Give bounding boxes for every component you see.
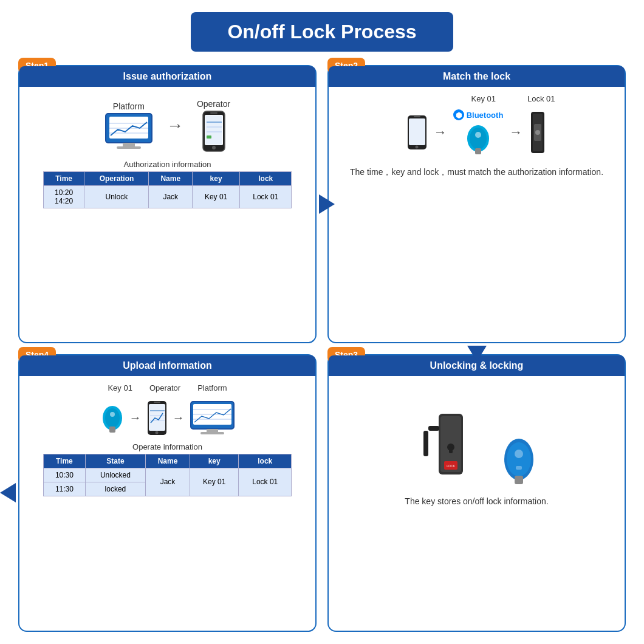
step4-platform-label: Platform xyxy=(197,383,227,392)
th4-key: key xyxy=(190,454,239,468)
step1-icons: Platform → xyxy=(104,99,230,152)
cell4-time1: 10:30 xyxy=(43,468,85,482)
steps-grid: Step1 Issue authorization Platform xyxy=(18,65,626,632)
svg-text:⬢: ⬢ xyxy=(456,111,462,120)
lock-device-icon xyxy=(529,111,547,154)
step2-header: Match the lock xyxy=(329,66,625,87)
step2-down-arrow xyxy=(467,346,487,361)
svg-rect-18 xyxy=(414,116,420,117)
cell4-state1: Unlocked xyxy=(86,468,146,482)
svg-point-59 xyxy=(515,450,523,458)
th4-name: Name xyxy=(145,454,190,468)
bluetooth-text: Bluetooth xyxy=(467,111,504,120)
svg-point-37 xyxy=(155,431,158,434)
svg-rect-6 xyxy=(117,146,141,149)
svg-point-25 xyxy=(475,132,481,138)
svg-point-33 xyxy=(110,412,115,417)
step1-table: Time Operation Name key lock 10:2014:20 … xyxy=(43,171,292,208)
svg-text:LOCK: LOCK xyxy=(447,464,455,468)
table-row: 10:30 Unlocked Jack Key 01 Lock 01 xyxy=(43,468,292,482)
cell4-name1: Jack xyxy=(145,468,190,496)
svg-rect-17 xyxy=(409,118,425,145)
svg-rect-10 xyxy=(205,115,222,145)
svg-point-15 xyxy=(212,146,216,149)
svg-rect-32 xyxy=(109,426,115,433)
page-title: On/off Lock Process xyxy=(191,12,453,52)
step2-content: Key 01 Lock 01 → xyxy=(329,87,625,187)
cell4-lock1: Lock 01 xyxy=(239,468,292,496)
door-handle-icon: LOCK xyxy=(417,389,484,487)
bluetooth-icon: ⬢ xyxy=(453,109,464,120)
step2-phone-icon xyxy=(406,114,428,151)
step2-description: The time，key and lock，must match the aut… xyxy=(350,165,603,179)
step3-box: Step3 Unlocking & locking xyxy=(327,354,626,632)
auth-info-label: Authorization information xyxy=(124,160,211,169)
step3-description: The key stores on/off lock information. xyxy=(405,496,548,506)
svg-rect-47 xyxy=(200,432,224,434)
th-operation: Operation xyxy=(84,172,149,186)
step1-content: Platform → xyxy=(19,87,315,217)
cell-lock: Lock 01 xyxy=(240,186,292,208)
svg-rect-46 xyxy=(207,429,218,432)
cell-key: Key 01 xyxy=(193,186,240,208)
step4-monitor-icon xyxy=(190,400,235,436)
step2-box: Step2 Match the lock Key 01 Lock 01 → xyxy=(327,65,626,343)
step2-lock-label: Lock 01 xyxy=(527,94,555,103)
th-time: Time xyxy=(43,172,84,186)
step4-phone-icon xyxy=(146,400,168,436)
cell-name: Jack xyxy=(149,186,193,208)
step4-header: Upload information xyxy=(19,355,315,376)
step2-labels: Key 01 Lock 01 xyxy=(398,94,555,103)
th4-lock: lock xyxy=(239,454,292,468)
svg-rect-14 xyxy=(207,135,211,139)
th4-state: State xyxy=(86,454,146,468)
svg-point-23 xyxy=(470,128,487,149)
svg-rect-1 xyxy=(109,117,148,139)
arrow1: → xyxy=(434,125,447,140)
svg-rect-5 xyxy=(123,143,135,146)
step3-lock-img: LOCK xyxy=(417,389,536,487)
step1-box: Step1 Issue authorization Platform xyxy=(18,65,317,343)
step1-operator-label: Operator xyxy=(197,99,230,109)
svg-rect-9 xyxy=(210,112,218,114)
step4-table: Time State Name key lock 10:30 Unlocked … xyxy=(43,454,292,496)
step3-keyfob-icon xyxy=(501,432,536,487)
step4-content: Key 01 Operator Platform → xyxy=(19,376,315,505)
th4-time: Time xyxy=(43,454,85,468)
svg-point-19 xyxy=(415,146,418,149)
step3-content: LOCK The key stores on/off lock informat… xyxy=(329,376,625,515)
operate-info-label: Operate information xyxy=(132,442,202,451)
svg-point-57 xyxy=(507,442,531,476)
step4-icons: → → xyxy=(100,400,235,436)
step4-arrow1: → xyxy=(129,411,142,425)
th-key: key xyxy=(193,172,240,186)
step4-left-arrow xyxy=(0,483,16,502)
svg-rect-60 xyxy=(516,466,522,470)
table-row: 10:2014:20 Unlock Jack Key 01 Lock 01 xyxy=(43,186,292,208)
step4-arrow2: → xyxy=(173,411,185,425)
th-lock: lock xyxy=(240,172,292,186)
bluetooth-label: ⬢ Bluetooth xyxy=(453,109,504,120)
step1-right-arrow xyxy=(319,194,335,214)
key-fob-icon xyxy=(465,122,492,156)
step2-key-label: Key 01 xyxy=(471,94,495,103)
step4-operator-label: Operator xyxy=(149,383,180,392)
arrow2: → xyxy=(509,125,522,140)
phone-icon xyxy=(202,110,226,152)
step4-box: Step4 Upload information Key 01 Operator… xyxy=(18,354,317,632)
svg-rect-50 xyxy=(428,426,439,431)
svg-point-31 xyxy=(105,408,120,428)
cell-operation: Unlock xyxy=(84,186,149,208)
cell4-key1: Key 01 xyxy=(190,468,239,496)
svg-rect-51 xyxy=(423,431,428,456)
cell4-state2: locked xyxy=(86,482,146,496)
svg-rect-24 xyxy=(475,148,481,154)
th-name: Name xyxy=(149,172,193,186)
cell-time: 10:2014:20 xyxy=(43,186,84,208)
svg-point-29 xyxy=(535,130,540,135)
step4-key-label: Key 01 xyxy=(108,383,132,392)
step1-platform-label: Platform xyxy=(113,101,145,111)
svg-rect-35 xyxy=(149,404,165,431)
step1-arrow: → xyxy=(166,116,183,135)
step4-keyfob-icon xyxy=(100,402,125,434)
